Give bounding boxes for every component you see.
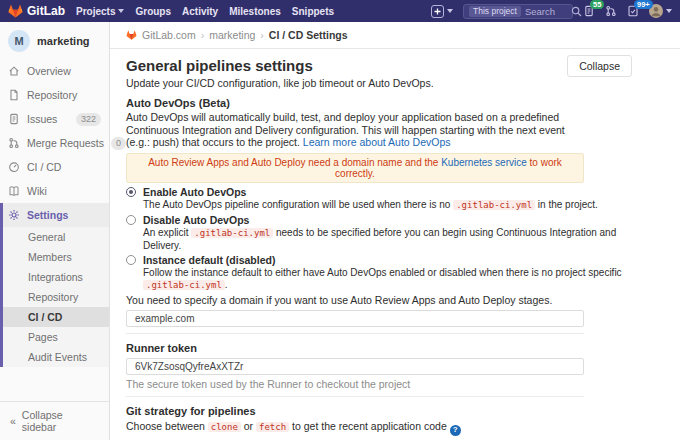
collapse-section-button[interactable]: Collapse xyxy=(567,55,632,77)
book-icon xyxy=(8,185,20,197)
runner-token-heading: Runner token xyxy=(126,342,664,354)
fetch-code: fetch xyxy=(256,422,289,432)
breadcrumb: GitLab.com › marketing › CI / CD Setting… xyxy=(110,22,680,49)
chevron-down-icon xyxy=(447,9,453,13)
search-input[interactable] xyxy=(525,6,567,17)
domain-warning-banner: Auto Review Apps and Auto Deploy need a … xyxy=(126,153,584,183)
issues-icon xyxy=(8,113,20,125)
document-icon xyxy=(8,89,20,101)
kubernetes-service-link[interactable]: Kubernetes service xyxy=(441,157,527,168)
top-navbar: GitLab Projects Groups Activity Mileston… xyxy=(0,0,680,22)
mr-count-badge: 0 xyxy=(111,137,126,150)
section-divider xyxy=(126,396,584,397)
pipeline-gauge-icon xyxy=(8,161,20,173)
gitlab-ci-yml-code: .gitlab-ci.yml xyxy=(191,228,273,238)
sidebar-item-settings[interactable]: Settings xyxy=(3,203,109,227)
breadcrumb-marketing[interactable]: marketing xyxy=(209,29,255,41)
nav-activity[interactable]: Activity xyxy=(182,6,218,17)
sidebar-item-wiki[interactable]: Wiki xyxy=(0,179,109,203)
nav-milestones[interactable]: Milestones xyxy=(229,6,281,17)
sidebar-item-ci-cd[interactable]: CI / CD xyxy=(0,155,109,179)
nav-projects[interactable]: Projects xyxy=(76,6,124,17)
merge-requests-nav-button[interactable] xyxy=(605,5,617,17)
chevron-down-icon xyxy=(118,9,124,13)
search-scope-badge: This project xyxy=(469,6,521,17)
plus-square-icon xyxy=(431,5,444,18)
issues-nav-button[interactable]: 55 xyxy=(583,5,595,17)
gitlab-ci-yml-code: .gitlab-ci.yml xyxy=(453,200,535,210)
runner-token-help: The secure token used by the Runner to c… xyxy=(126,378,664,390)
breadcrumb-separator: › xyxy=(260,29,264,41)
main-panel: GitLab.com › marketing › CI / CD Setting… xyxy=(110,22,680,440)
breadcrumb-separator: › xyxy=(201,29,205,41)
new-menu-button[interactable] xyxy=(431,5,453,18)
radio-instance-desc: Follow the instance default to either ha… xyxy=(143,267,648,291)
sidebar-subitem-general[interactable]: General xyxy=(3,227,109,247)
page-title: General pipelines settings xyxy=(126,57,434,74)
sidebar-item-overview[interactable]: Overview xyxy=(0,59,109,83)
radio-button[interactable] xyxy=(126,255,136,265)
double-chevron-left-icon: « xyxy=(10,415,16,427)
merge-request-icon xyxy=(605,5,617,17)
project-name: marketing xyxy=(37,35,90,47)
sidebar-subitem-integrations[interactable]: Integrations xyxy=(3,267,109,287)
todos-nav-button[interactable]: 99+ xyxy=(627,5,639,17)
logo-text: GitLab xyxy=(27,4,65,18)
sidebar-subitem-pages[interactable]: Pages xyxy=(3,327,109,347)
tanuki-icon xyxy=(8,4,23,18)
learn-more-link[interactable]: Learn more about Auto DevOps xyxy=(303,136,451,148)
runner-token-input[interactable] xyxy=(126,358,584,375)
clone-code: clone xyxy=(208,422,241,432)
breadcrumb-gitlab-com[interactable]: GitLab.com xyxy=(142,29,196,41)
project-avatar: M xyxy=(8,30,30,52)
todos-count-badge: 99+ xyxy=(634,0,653,9)
sidebar-item-repository[interactable]: Repository xyxy=(0,83,109,107)
home-icon xyxy=(8,65,20,77)
sidebar-subitem-members[interactable]: Members xyxy=(3,247,109,267)
search-box[interactable]: This project xyxy=(463,4,573,19)
collapse-sidebar-button[interactable]: « Collapse sidebar xyxy=(0,401,109,440)
chevron-down-icon xyxy=(666,9,672,13)
project-header[interactable]: M marketing xyxy=(0,22,109,59)
sidebar-subitem-repository[interactable]: Repository xyxy=(3,287,109,307)
domain-note: You need to specify a domain if you want… xyxy=(126,294,664,306)
sidebar-subitem-audit-events[interactable]: Audit Events xyxy=(3,347,109,367)
page-subtitle: Update your CI/CD configuration, like jo… xyxy=(126,77,434,89)
radio-enable-autodevops[interactable]: Enable Auto DevOps xyxy=(126,186,664,198)
domain-input[interactable] xyxy=(126,310,584,327)
breadcrumb-current: CI / CD Settings xyxy=(269,29,348,41)
issues-count-badge: 322 xyxy=(76,113,101,126)
sidebar-item-merge-requests[interactable]: Merge Requests 0 xyxy=(0,131,109,155)
help-icon[interactable]: ? xyxy=(450,425,461,436)
radio-instance-default[interactable]: Instance default (disabled) xyxy=(126,254,664,266)
sidebar-item-issues[interactable]: Issues 322 xyxy=(0,107,109,131)
merge-request-icon xyxy=(8,137,20,149)
autodevops-heading: Auto DevOps (Beta) xyxy=(126,97,664,109)
gitlab-logo[interactable]: GitLab xyxy=(8,4,65,18)
git-strategy-heading: Git strategy for pipelines xyxy=(126,405,664,417)
autodevops-description: Auto DevOps will automatically build, te… xyxy=(126,111,578,149)
gitlab-ci-yml-code: .gitlab-ci.yml xyxy=(143,280,225,290)
radio-button[interactable] xyxy=(126,215,136,225)
sidebar-subitem-ci-cd[interactable]: CI / CD xyxy=(3,307,109,327)
gear-icon xyxy=(8,209,20,221)
nav-groups[interactable]: Groups xyxy=(135,6,171,17)
radio-enable-desc: The Auto DevOps pipeline configuration w… xyxy=(143,199,648,212)
project-sidebar: M marketing Overview Repository Issues 3… xyxy=(0,22,110,440)
tanuki-icon xyxy=(126,30,137,40)
issues-count-badge: 55 xyxy=(590,0,604,9)
search-icon[interactable] xyxy=(571,6,582,17)
radio-disable-desc: An explicit .gitlab-ci.yml needs to be s… xyxy=(143,227,648,251)
radio-button[interactable] xyxy=(126,187,136,197)
section-divider xyxy=(126,333,584,334)
nav-snippets[interactable]: Snippets xyxy=(292,6,334,17)
radio-disable-autodevops[interactable]: Disable Auto DevOps xyxy=(126,214,664,226)
settings-section: Settings General Members Integrations Re… xyxy=(0,203,109,367)
settings-content: General pipelines settings Update your C… xyxy=(110,49,680,440)
git-strategy-intro: Choose between clone or fetch to get the… xyxy=(126,420,664,436)
